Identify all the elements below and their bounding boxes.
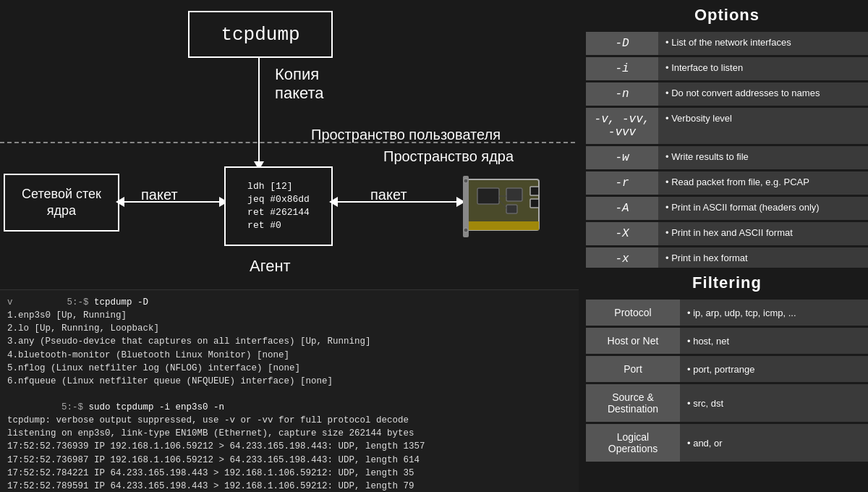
opt-val-0: • List of the network interfaces — [658, 32, 868, 55]
opt-key-0: -D — [586, 32, 658, 55]
filter-row-3: Source & Destination • src, dst — [586, 384, 868, 422]
netstack-label: Сетевой стек ядра — [22, 186, 101, 220]
filter-key-0: Protocol — [586, 300, 680, 326]
opt-key-3: -v, -vv, -vvv — [586, 108, 658, 144]
filter-val-2: • port, portrange — [680, 356, 868, 382]
label-userspace: Пространство пользователя — [311, 127, 501, 143]
opt-key-5: -r — [586, 171, 658, 195]
arrow-left — [123, 201, 221, 203]
options-row-5: -r • Read packet from file, e.g. PCAP — [586, 171, 868, 195]
terminal-cmd-1: tcpdump -D — [94, 297, 148, 308]
filtering-rows-container: Protocol • ip, arp, udp, tcp, icmp, ... … — [586, 300, 868, 462]
filter-val-3: • src, dst — [680, 384, 868, 422]
opt-val-5: • Read packet from file, e.g. PCAP — [658, 171, 868, 195]
terminal-line-1: v 5:-$ — [7, 297, 94, 308]
opt-val-4: • Write results to file — [658, 146, 868, 169]
opt-key-7: -X — [586, 222, 658, 245]
options-title: Options — [586, 0, 868, 32]
terminal-line-10: listening on enp3s0, link-type EN10MB (E… — [7, 428, 414, 438]
options-row-2: -n • Do not convert addresses to names — [586, 82, 868, 106]
filter-key-4: Logical Operations — [586, 424, 680, 462]
filter-val-0: • ip, arp, udp, tcp, icmp, ... — [680, 300, 868, 326]
svg-rect-4 — [506, 205, 517, 213]
svg-rect-2 — [477, 188, 499, 204]
filter-val-1: • host, net — [680, 328, 868, 354]
filtering-title: Filtering — [586, 268, 868, 300]
svg-rect-1 — [467, 221, 539, 230]
filter-key-2: Port — [586, 356, 680, 382]
terminal-output: v 5:-$ tcpdump -D 1.enp3s0 [Up, Running]… — [0, 290, 579, 492]
terminal-line-13: 17:52:52.784221 IP 64.233.165.198.443 > … — [7, 468, 414, 478]
filter-row-0: Protocol • ip, arp, udp, tcp, icmp, ... — [586, 300, 868, 326]
opt-key-6: -A — [586, 197, 658, 220]
terminal-line-4: 3.any (Pseudo-device that captures on al… — [7, 336, 371, 347]
label-kernelspace: Пространство ядра — [383, 148, 514, 165]
opt-val-1: • Interface to listen — [658, 57, 868, 80]
main-container: tcpdump Копия пакета Пространство пользо… — [0, 0, 868, 492]
opt-val-2: • Do not convert addresses to names — [658, 82, 868, 106]
tcpdump-box: tcpdump — [188, 11, 333, 58]
filter-val-4: • and, or — [680, 424, 868, 462]
terminal-line-8: 5:-$ — [7, 402, 89, 412]
options-rows-container: -D • List of the network interfaces -i •… — [586, 32, 868, 271]
options-row-3: -v, -vv, -vvv • Verbosity level — [586, 108, 868, 144]
filter-key-3: Source & Destination — [586, 384, 680, 422]
terminal-line-5: 4.bluetooth-monitor (Bluetooth Linux Mon… — [7, 350, 289, 360]
label-kopiya: Копия пакета — [275, 65, 324, 103]
filter-row-1: Host or Net • host, net — [586, 328, 868, 354]
diagram-area: tcpdump Копия пакета Пространство пользо… — [0, 0, 579, 289]
terminal-line-9: tcpdump: verbose output suppressed, use … — [7, 415, 409, 425]
options-row-1: -i • Interface to listen — [586, 57, 868, 80]
terminal-line-7: 6.nfqueue (Linux netfilter queue (NFQUEU… — [7, 376, 333, 386]
opt-val-3: • Verbosity level — [658, 108, 868, 144]
svg-rect-5 — [530, 187, 539, 195]
filter-row-4: Logical Operations • and, or — [586, 424, 868, 462]
opt-key-2: -n — [586, 82, 658, 106]
agent-box: ldh [12] jeq #0x86dd ret #262144 ret #0 — [224, 166, 333, 246]
filter-row-2: Port • port, portrange — [586, 356, 868, 382]
svg-point-11 — [464, 228, 468, 232]
terminal-area: v 5:-$ tcpdump -D 1.enp3s0 [Up, Running]… — [0, 289, 579, 492]
filtering-panel: Filtering Protocol • ip, arp, udp, tcp, … — [586, 268, 868, 492]
netstack-box: Сетевой стек ядра — [4, 174, 119, 232]
terminal-line-12: 17:52:52.736987 IP 192.168.1.106.59212 >… — [7, 455, 420, 465]
label-agent: Агент — [250, 257, 291, 276]
terminal-cmd-2: sudo tcpdump -i enp3s0 -n — [89, 402, 225, 412]
options-row-4: -w • Write results to file — [586, 146, 868, 169]
options-row-7: -X • Print in hex and ASCII format — [586, 222, 868, 245]
filter-key-1: Host or Net — [586, 328, 680, 354]
terminal-line-11: 17:52:52.736939 IP 192.168.1.106.59212 >… — [7, 441, 425, 451]
terminal-line-2: 1.enp3s0 [Up, Running] — [7, 310, 127, 321]
svg-point-10 — [464, 179, 468, 183]
svg-rect-3 — [506, 188, 522, 201]
opt-val-6: • Print in ASCII format (headers only) — [658, 197, 868, 220]
opt-key-4: -w — [586, 146, 658, 169]
terminal-line-6: 5.nflog (Linux netfilter log (NFLOG) int… — [7, 363, 300, 373]
options-row-6: -A • Print in ASCII format (headers only… — [586, 197, 868, 220]
agent-code: ldh [12] jeq #0x86dd ret #262144 ret #0 — [247, 180, 310, 233]
opt-val-7: • Print in hex and ASCII format — [658, 222, 868, 245]
terminal-line-3: 2.lo [Up, Running, Loopback] — [7, 323, 159, 334]
opt-key-1: -i — [586, 57, 658, 80]
options-row-0: -D • List of the network interfaces — [586, 32, 868, 55]
tcpdump-label: tcpdump — [221, 24, 299, 46]
nic-icon — [459, 165, 546, 252]
arrow-down-tcpdump — [258, 58, 260, 170]
options-panel: Options -D • List of the network interfa… — [586, 0, 868, 268]
arrow-right — [336, 201, 458, 203]
svg-rect-6 — [530, 199, 539, 208]
terminal-line-14: 17:52:52.789591 IP 64.233.165.198.443 > … — [7, 481, 414, 491]
